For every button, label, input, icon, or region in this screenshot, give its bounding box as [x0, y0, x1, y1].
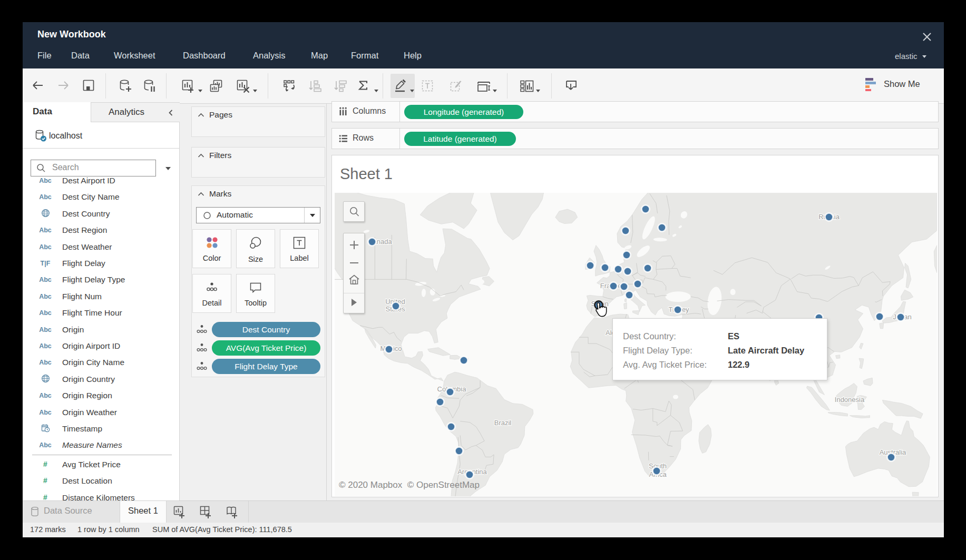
svg-text:Brazil: Brazil	[494, 419, 512, 427]
svg-text:Indonesia: Indonesia	[835, 396, 865, 404]
